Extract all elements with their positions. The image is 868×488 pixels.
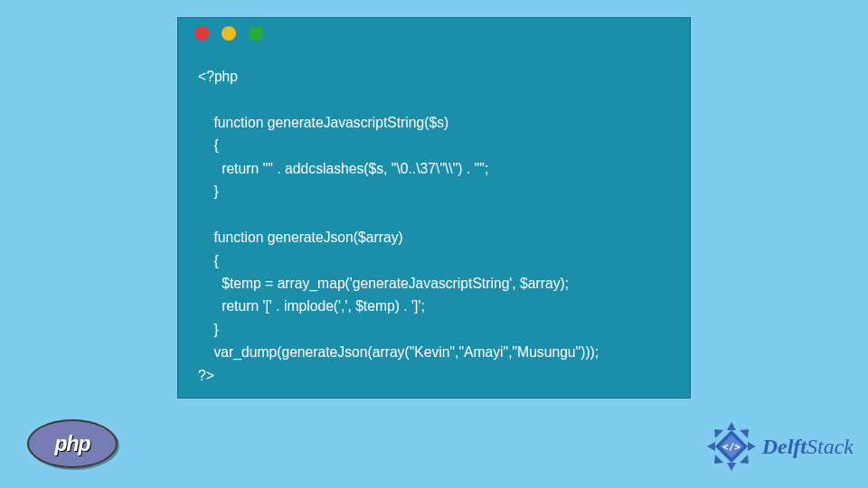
svg-marker-2	[748, 442, 756, 451]
code-window: <?php function generateJavascriptString(…	[177, 17, 691, 399]
delftstack-icon: </>	[706, 421, 757, 472]
svg-marker-6	[707, 442, 715, 451]
svg-marker-0	[727, 422, 736, 430]
php-logo-text: php	[54, 432, 90, 456]
brand-part-rest: Stack	[807, 435, 854, 458]
svg-marker-4	[727, 463, 736, 471]
brand-part-bold: Delft	[762, 435, 807, 458]
delftstack-text: DelftStack	[762, 435, 854, 459]
php-logo: php	[27, 419, 118, 468]
window-titlebar	[178, 18, 690, 49]
maximize-icon	[249, 26, 263, 41]
minimize-icon	[222, 26, 236, 41]
code-block: <?php function generateJavascriptString(…	[178, 49, 690, 407]
svg-marker-5	[714, 455, 723, 464]
close-icon	[194, 26, 209, 41]
delftstack-logo: </> DelftStack	[706, 421, 854, 472]
svg-marker-3	[740, 455, 749, 464]
svg-text:</>: </>	[722, 441, 741, 453]
svg-marker-7	[714, 429, 723, 438]
php-ellipse: php	[27, 419, 118, 468]
svg-marker-1	[740, 429, 749, 438]
